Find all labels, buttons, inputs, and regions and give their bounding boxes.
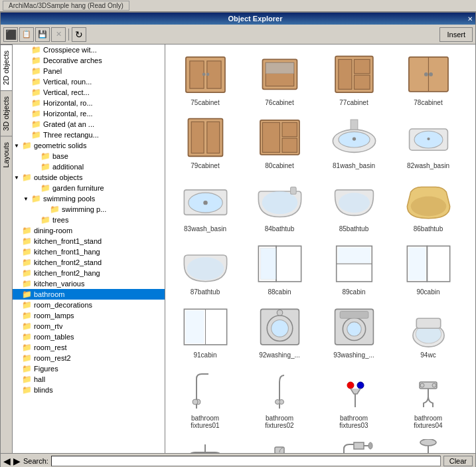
toolbar-btn-2[interactable]: 📋	[19, 27, 34, 42]
grid-item-80cabinet[interactable]: 80cabinet	[243, 111, 316, 173]
grid-item-89cabin[interactable]: 89cabin	[317, 237, 390, 299]
item-thumbnail	[253, 367, 306, 413]
grid-item-82wash_basin[interactable]: 82wash_basin	[392, 111, 465, 173]
tree-item-vertical_roun[interactable]: 📁Vertical, roun...	[13, 76, 165, 87]
svg-rect-7	[266, 62, 294, 74]
tab-2d-objects[interactable]: 2D objects	[1, 45, 12, 90]
item-thumbnail	[253, 437, 306, 453]
grid-item-77cabinet[interactable]: 77cabinet	[317, 48, 390, 110]
tree-item-label: kitchen_front2_stand	[34, 258, 102, 266]
tree-item-dining_room[interactable]: 📁dining-room	[13, 225, 165, 236]
tree-item-kitchen_front2_stand[interactable]: 📁kitchen_front2_stand	[13, 257, 165, 268]
refresh-button[interactable]: ↻	[72, 27, 86, 42]
tree-item-horizontal_re[interactable]: 📁Horizontal, re...	[13, 108, 165, 119]
svg-rect-1	[189, 60, 203, 88]
grid-item-91cabin[interactable]: 91cabin	[169, 300, 242, 362]
svg-point-3	[202, 72, 205, 76]
grid-item-92washing_[interactable]: 92washing_...	[243, 300, 316, 362]
grid-item-bathroom_fixtures05[interactable]: bathroom fixtures05	[169, 434, 242, 453]
tree-item-panel[interactable]: 📁Panel	[13, 66, 165, 76]
tree-item-blinds[interactable]: 📁blinds	[13, 385, 165, 395]
grid-item-bathroom_fixtures04[interactable]: bathroom fixtures04	[392, 363, 465, 432]
tree-item-label: bathroom	[34, 290, 64, 298]
toolbar-btn-4[interactable]: ✕	[51, 27, 66, 42]
grid-item-shower_battery01[interactable]: shower battery01	[317, 434, 390, 453]
tree-item-kitchen_front2_hang[interactable]: 📁kitchen_front2_hang	[13, 268, 165, 278]
tree-item-garden_furniture[interactable]: 📁garden furniture	[13, 183, 165, 193]
tree-item-trees[interactable]: 📁trees	[13, 215, 165, 225]
search-input[interactable]	[51, 456, 441, 466]
tab-3d-objects[interactable]: 3D objects	[1, 90, 12, 136]
item-thumbnail	[253, 240, 306, 287]
grid-item-87bathtub[interactable]: 87bathtub	[169, 237, 242, 299]
tree-item-bathroom[interactable]: 📁bathroom	[13, 289, 165, 300]
grid-item-bathroom_fixtures02[interactable]: bathroom fixtures02	[243, 363, 316, 432]
grid-item-84bathtub[interactable]: 84bathtub	[243, 174, 316, 236]
grid-item-81wash_basin[interactable]: 81wash_basin	[317, 111, 390, 173]
tree-item-decorative_arches[interactable]: 📁Decorative arches	[13, 55, 165, 66]
grid-item-83wash_basin[interactable]: 83wash_basin	[169, 174, 242, 236]
tree-item-outside_objects[interactable]: ▼📁outside objects	[13, 172, 165, 183]
grid-item-bathroom_fixtures01[interactable]: bathroom fixtures01	[169, 363, 242, 432]
svg-rect-34	[290, 187, 296, 194]
grid-item-75cabinet[interactable]: 75cabinet	[169, 48, 242, 110]
tree-item-kitchen_various[interactable]: 📁kitchen_various	[13, 278, 165, 289]
item-thumbnail	[179, 240, 232, 287]
item-label: 75cabinet	[171, 99, 240, 106]
grid-item-bathroom_fixtures03[interactable]: bathroom fixtures03	[317, 363, 390, 432]
tree-item-label: Horizontal, re...	[43, 110, 93, 118]
tree-item-room_rest[interactable]: 📁room_rest	[13, 342, 165, 353]
tree-item-room_lamps[interactable]: 📁room_lamps	[13, 310, 165, 321]
grid-item-93washing_[interactable]: 93washing_...	[317, 300, 390, 362]
tree-item-figures[interactable]: 📁Figures	[13, 363, 165, 374]
tree-item-three_rectangu[interactable]: 📁Three rectangu...	[13, 130, 165, 140]
folder-icon: 📁	[22, 353, 32, 363]
tree-item-kitchen_front1_hang[interactable]: 📁kitchen_front1_hang	[13, 246, 165, 257]
tree-item-label: Panel	[43, 67, 62, 75]
tree-item-kitchen_front1_stand[interactable]: 📁kitchen_front1_stand	[13, 236, 165, 246]
toolbar-btn-1[interactable]: ⬛	[3, 27, 18, 42]
item-thumbnail	[179, 114, 232, 161]
item-thumbnail	[402, 51, 455, 98]
tree-item-horizontal_ro[interactable]: 📁Horizontal, ro...	[13, 98, 165, 108]
grid-item-85bathtub[interactable]: 85bathtub	[317, 174, 390, 236]
tree-item-geometric_solids[interactable]: ▼📁geometric solids	[13, 140, 165, 151]
svg-rect-21	[282, 122, 297, 136]
tree-item-vertical_rect[interactable]: 📁Vertical, rect...	[13, 87, 165, 98]
item-label: 81wash_basin	[319, 162, 388, 169]
item-thumbnail	[179, 304, 232, 350]
tree-item-base[interactable]: 📁base	[13, 151, 165, 161]
grid-item-79cabinet[interactable]: 79cabinet	[169, 111, 242, 173]
tree-item-room_tables[interactable]: 📁room_tables	[13, 331, 165, 342]
tree-item-room_decorations[interactable]: 📁room_decorations	[13, 300, 165, 310]
grid-item-78cabinet[interactable]: 78cabinet	[392, 48, 465, 110]
toolbar-btn-3[interactable]: 💾	[35, 27, 50, 42]
tree-item-room_rest2[interactable]: 📁room_rest2	[13, 353, 165, 363]
side-tabs: 2D objects 3D objects Layouts	[1, 45, 13, 453]
tree-item-label: Grated (at an ...	[43, 120, 94, 128]
svg-point-36	[410, 196, 446, 216]
close-button[interactable]: ✕	[467, 15, 473, 23]
clear-button[interactable]: Clear	[443, 456, 473, 466]
tree-item-grated[interactable]: 📁Grated (at an ...	[13, 119, 165, 130]
grid-item-bathroom_fixtures06[interactable]: bathroom fixtures06	[243, 434, 316, 453]
tree-item-crosspiece[interactable]: 📁Crosspiece wit...	[13, 45, 165, 55]
insert-button[interactable]: Insert	[439, 27, 473, 42]
tree-item-additional[interactable]: 📁additional	[13, 161, 165, 172]
tree-item-swimming_pools[interactable]: ▼📁swimming pools	[13, 193, 165, 204]
grid-item-shower_battery02[interactable]: shower battery02	[392, 434, 465, 453]
folder-icon: 📁	[22, 385, 32, 395]
tree-item-hall[interactable]: 📁hall	[13, 374, 165, 385]
tree-item-room_rtv[interactable]: 📁room_rtv	[13, 321, 165, 331]
tab-layouts[interactable]: Layouts	[1, 136, 12, 173]
tree-item-swimming_p[interactable]: 📁swimming p...	[13, 204, 165, 215]
grid-item-90cabin[interactable]: 90cabin	[392, 237, 465, 299]
item-label: bathroom fixtures03	[319, 415, 388, 429]
grid-item-76cabinet[interactable]: 76cabinet	[243, 48, 316, 110]
svg-rect-11	[354, 75, 370, 89]
tree-item-label: geometric solids	[34, 141, 86, 149]
grid-item-94wc[interactable]: 94wc	[392, 300, 465, 362]
expand-icon: ▼	[23, 196, 30, 202]
grid-item-86bathtub[interactable]: 86bathtub	[392, 174, 465, 236]
grid-item-88cabin[interactable]: 88cabin	[243, 237, 316, 299]
